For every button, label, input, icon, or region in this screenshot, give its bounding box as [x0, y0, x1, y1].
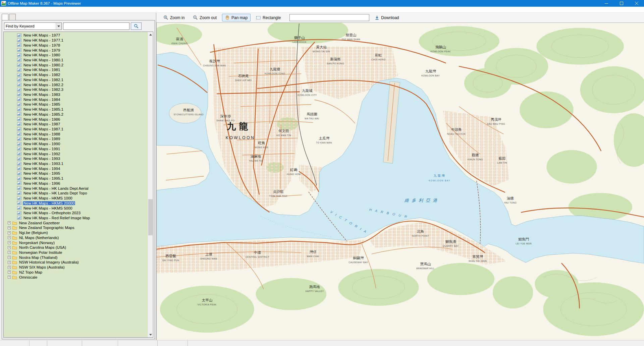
find-mode-combobox[interactable]: Find by Keyword	[4, 22, 62, 30]
tree-item[interactable]: New HK Maps - 1982.3	[4, 87, 148, 92]
tree-item[interactable]: New HK Maps - HKMS 1000	[4, 196, 148, 201]
map-leaf-icon	[17, 63, 21, 67]
search-input[interactable]	[63, 22, 129, 30]
menu-item[interactable]	[25, 9, 30, 10]
tree-item[interactable]: North Carolina Maps (USA)	[4, 245, 148, 250]
tree-item[interactable]: New HK Maps - 1982	[4, 72, 148, 77]
expand-plus-icon[interactable]	[8, 226, 11, 229]
tree-item[interactable]: New HK Maps - 1993	[4, 156, 148, 161]
tree-item[interactable]: New Zealand Topographic Maps	[4, 225, 148, 230]
tree-item[interactable]: New HK Maps - HK Lands Dept Topo	[4, 191, 148, 196]
expand-plus-icon[interactable]	[8, 266, 11, 269]
tree-item[interactable]: Norwegian Polar Institute	[4, 250, 148, 255]
tree-item[interactable]: New HK Maps - HKMS 20000	[4, 200, 148, 206]
svg-text:BRAEMAR HILL: BRAEMAR HILL	[416, 267, 435, 270]
tree-item[interactable]: New HK Maps - 1995	[4, 171, 148, 176]
menu-item[interactable]	[11, 9, 15, 10]
tree-item[interactable]: New HK Maps - 1977	[4, 33, 148, 38]
tree-item[interactable]: NZ Topo Map	[4, 270, 148, 275]
scroll-up-icon[interactable]	[148, 32, 153, 37]
expand-plus-icon[interactable]	[8, 241, 11, 244]
tab[interactable]	[9, 14, 16, 20]
tree-item[interactable]: New HK Maps - 1986	[4, 117, 148, 122]
tree-item[interactable]: Norgeskart (Norway)	[4, 240, 148, 245]
tree-item-label: New HK Maps - HKMS 5000	[23, 206, 73, 210]
expand-plus-icon[interactable]	[8, 246, 11, 249]
tree-item[interactable]: New HK Maps - 1991	[4, 147, 148, 152]
pan-map-button[interactable]: Pan map	[222, 14, 251, 21]
tree-item[interactable]: Omniscale	[4, 275, 148, 280]
tree-item[interactable]: New HK Maps - 1990	[4, 141, 148, 147]
tree-item[interactable]: New HK Maps - 1995.1	[4, 176, 148, 181]
tree-item-label: New HK Maps - HK Lands Dept Aerial	[23, 186, 89, 190]
menu-item[interactable]	[15, 9, 20, 10]
expand-plus-icon[interactable]	[8, 221, 11, 224]
tree-item[interactable]: New HK Maps - 1992	[4, 151, 148, 156]
tree-item[interactable]: New HK Maps - 1993.1	[4, 161, 148, 166]
close-button[interactable]	[629, 0, 644, 7]
scrollbar-thumb[interactable]	[148, 199, 153, 235]
map-leaf-icon	[17, 103, 21, 106]
tree-item[interactable]: New HK Maps - 1977.1	[4, 38, 148, 43]
expand-plus-icon[interactable]	[8, 236, 11, 239]
expand-plus-icon[interactable]	[8, 231, 11, 234]
tab[interactable]	[2, 14, 8, 20]
tree-item[interactable]: New HK Maps - 1985.2	[4, 112, 148, 117]
tree-item[interactable]: New HK Maps - Red Relief Image Map	[4, 216, 148, 221]
tree-item[interactable]: NSW Historical Imagery (Australia)	[4, 260, 148, 265]
rectangle-button[interactable]: Rectangle	[253, 14, 284, 21]
zoom-out-button[interactable]: Zoom out	[190, 14, 220, 21]
expand-plus-icon[interactable]	[8, 261, 11, 264]
scrollbar-track[interactable]	[148, 37, 153, 332]
maximize-button[interactable]	[614, 0, 629, 7]
tree-item[interactable]: New HK Maps - Orthophoto 2023	[4, 211, 148, 216]
tree-item[interactable]: New HK Maps - HKMS 5000	[4, 206, 148, 211]
tree-item[interactable]: New HK Maps - 1984	[4, 97, 148, 102]
tree-item[interactable]: New Zealand Gazetteer	[4, 220, 148, 225]
menu-item[interactable]	[1, 9, 6, 10]
menu-item[interactable]	[20, 9, 25, 10]
download-label: Download	[381, 15, 399, 20]
expand-plus-icon[interactable]	[8, 256, 11, 259]
tree-item[interactable]: New HK Maps - 1989	[4, 136, 148, 141]
tree-item[interactable]: New HK Maps - 1994	[4, 166, 148, 171]
svg-text:NORTH POINT: NORTH POINT	[412, 235, 429, 237]
tree-item[interactable]: New HK Maps - 1980	[4, 53, 148, 58]
tree-item[interactable]: Nostra Map (Thailand)	[4, 255, 148, 260]
tree-item[interactable]: New HK Maps - 1982.1	[4, 77, 148, 82]
tree-item[interactable]: New HK Maps - 1978	[4, 43, 148, 48]
tree-item[interactable]: New HK Maps - 1981	[4, 67, 148, 72]
expand-plus-icon[interactable]	[8, 271, 11, 274]
tree-item[interactable]: New HK Maps - 1985.1	[4, 107, 148, 112]
tree-item[interactable]: New HK Maps - HK Lands Dept Aerial	[4, 186, 148, 191]
tree-item[interactable]: New HK Maps - 1987.1	[4, 127, 148, 132]
tree-item[interactable]: New HK Maps - 1988	[4, 131, 148, 136]
chevron-down-icon[interactable]	[56, 23, 61, 30]
tree-scrollbar[interactable]	[148, 32, 153, 337]
svg-text:MONG KOK: MONG KOK	[255, 146, 268, 149]
download-button[interactable]: Download	[372, 14, 402, 21]
tree-item[interactable]: New HK Maps - 1980.1	[4, 58, 148, 63]
expand-plus-icon[interactable]	[8, 251, 11, 254]
tree-item[interactable]: New HK Maps - 1985	[4, 102, 148, 107]
tree-item[interactable]: NSW SIX Maps (Australia)	[4, 265, 148, 270]
tree-item[interactable]: New HK Maps - 1980.2	[4, 62, 148, 67]
svg-text:觀塘: 觀塘	[472, 153, 479, 157]
tree-item[interactable]: New HK Maps - 1982.2	[4, 82, 148, 87]
toolbar-input[interactable]	[289, 14, 369, 21]
tree-item[interactable]: New HK Maps - 1979	[4, 48, 148, 53]
minimize-button[interactable]	[599, 0, 614, 7]
tree-item[interactable]: Ngi.be (Belgium)	[4, 230, 148, 235]
zoom-in-button[interactable]: Zoom in	[160, 14, 187, 21]
tree-item[interactable]: NL Maps (Netherlands)	[4, 235, 148, 240]
tree-item[interactable]: New HK Maps - 1987	[4, 122, 148, 127]
tree-item[interactable]: New HK Maps - 1983	[4, 92, 148, 97]
expand-plus-icon[interactable]	[8, 276, 11, 279]
svg-text:筲箕灣: 筲箕灣	[472, 254, 483, 258]
menu-item[interactable]	[6, 9, 11, 10]
scroll-down-icon[interactable]	[148, 332, 153, 337]
search-button[interactable]	[131, 22, 142, 30]
tree-item-label: New HK Maps - 1977	[23, 33, 61, 37]
tree-item[interactable]: New HK Maps - 1996	[4, 181, 148, 186]
map-canvas[interactable]: 九龍KOWLOON深水埗SHAM SHUI PO長沙灣CHEUNG SHA WA…	[157, 23, 644, 340]
